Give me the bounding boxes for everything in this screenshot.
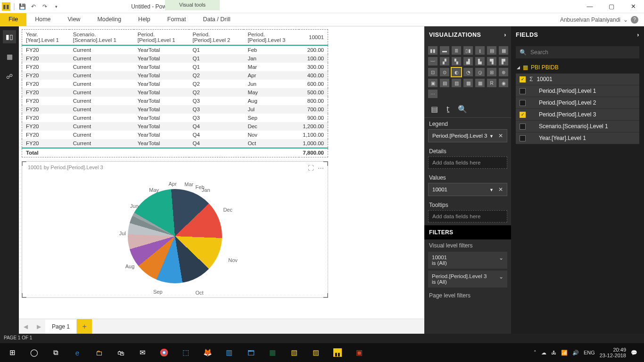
start-button[interactable]: ⊞ xyxy=(2,343,23,362)
table-row[interactable]: FY20CurrentYearTotalQ2Apr400.00 xyxy=(22,71,328,80)
tab-modeling[interactable]: Modeling xyxy=(89,13,130,26)
user-name[interactable]: Anbuselvan Palaniyandi⌄? xyxy=(554,13,644,26)
data-table-visual[interactable]: Year.[Year].Level 1Scenario.[Scenario].L… xyxy=(22,29,328,157)
viz-type-icon[interactable]: ▤ xyxy=(487,46,496,55)
undo-icon[interactable]: ↶ xyxy=(29,2,38,11)
add-page-button[interactable]: + xyxy=(77,319,92,334)
table-row[interactable]: FY20CurrentYearTotalQ1Mar300.00 xyxy=(22,63,328,71)
maximize-button[interactable]: ▢ xyxy=(601,0,622,13)
filter-item[interactable]: Period.[Period].Level 3is (All)⌄ xyxy=(428,271,507,288)
viz-type-icon[interactable]: ⊙ xyxy=(440,68,449,76)
close-button[interactable]: ✕ xyxy=(622,0,644,13)
fields-table-name[interactable]: ◢▦PBI PBIDB xyxy=(511,61,644,74)
remove-icon[interactable]: ✕ xyxy=(498,186,503,193)
sql-icon[interactable]: ▨ xyxy=(305,343,326,362)
tab-data-drill[interactable]: Data / Drill xyxy=(194,13,239,26)
help-icon[interactable]: ? xyxy=(631,16,638,24)
viz-type-icon[interactable]: ▣ xyxy=(428,79,438,87)
table-row[interactable]: FY20CurrentYearTotalQ1Feb200.00 xyxy=(22,45,328,54)
fields-mode-icon[interactable]: ▤ xyxy=(431,105,438,114)
viz-type-icon[interactable]: ▩ xyxy=(463,79,473,87)
filter-item[interactable]: 10001is (All)⌄ xyxy=(428,252,507,269)
viz-type-icon[interactable]: ⋯ xyxy=(428,90,438,98)
column-header[interactable]: Year.[Year].Level 1 xyxy=(22,30,69,46)
viz-type-icon[interactable]: ▦ xyxy=(499,46,508,55)
mail-icon[interactable]: ✉ xyxy=(132,343,153,362)
system-tray[interactable]: ˄ ☁ 🖧 📶 🔊 ENG 20:4923-12-2018 💬 xyxy=(534,347,642,358)
field-item[interactable]: ✓Σ10001 xyxy=(516,74,639,85)
checkbox-icon[interactable] xyxy=(520,135,526,141)
language-indicator[interactable]: ENG xyxy=(584,350,595,355)
viz-type-icon[interactable]: ⊞ xyxy=(487,68,496,76)
analytics-mode-icon[interactable]: 🔍 xyxy=(458,105,467,114)
table-row[interactable]: FY20CurrentYearTotalQ4Oct1,000.00 xyxy=(22,139,328,148)
field-item[interactable]: Scenario.[Scenario].Level 1 xyxy=(516,121,639,132)
viz-type-icon[interactable]: ◉ xyxy=(499,79,508,87)
viz-type-icon[interactable]: ⫿ xyxy=(475,46,485,55)
viz-type-icon[interactable]: ▯▮ xyxy=(463,46,473,55)
table-row[interactable]: FY20CurrentYearTotalQ3Jul700.00 xyxy=(22,105,328,114)
viz-type-icon[interactable]: 〰 xyxy=(428,57,438,66)
search-input[interactable]: 🔍Search xyxy=(516,46,639,58)
column-header[interactable]: Period.[Period].Level 1 xyxy=(134,30,189,46)
excel-icon[interactable]: ▦ xyxy=(262,343,283,362)
checkbox-icon[interactable] xyxy=(520,88,526,94)
chevron-down-icon[interactable]: ▼ xyxy=(489,188,494,192)
column-header[interactable]: Scenario.[Scenario].Level 1 xyxy=(69,30,134,46)
viz-type-icon[interactable]: ▜ xyxy=(487,57,496,66)
focus-mode-icon[interactable]: ⛶ xyxy=(308,165,314,172)
checkbox-icon[interactable]: ✓ xyxy=(520,76,526,82)
cortana-icon[interactable]: ◯ xyxy=(24,343,44,362)
viz-type-icon[interactable]: ◶ xyxy=(475,68,485,76)
column-header[interactable]: 10001 xyxy=(299,30,328,46)
checkbox-icon[interactable] xyxy=(520,100,526,106)
collapse-icon[interactable]: › xyxy=(504,32,506,38)
collapse-icon[interactable]: › xyxy=(637,32,639,38)
app-icon[interactable]: ▧ xyxy=(284,343,305,362)
tooltips-well[interactable]: Add data fields here xyxy=(428,210,507,222)
more-options-icon[interactable]: ⋯ xyxy=(318,165,324,172)
page-tab[interactable]: Page 1 xyxy=(45,320,77,334)
table-row[interactable]: FY20CurrentYearTotalQ3Aug800.00 xyxy=(22,97,328,105)
notifications-icon[interactable]: 💬 xyxy=(631,350,637,356)
viz-type-icon[interactable]: ◔ xyxy=(463,68,473,76)
viz-type-icon[interactable]: ▛ xyxy=(499,57,508,66)
checkbox-icon[interactable] xyxy=(520,123,526,130)
viz-type-icon[interactable]: ▬ xyxy=(440,46,449,55)
field-item[interactable]: ✓Period.[Period].Level 3 xyxy=(516,109,639,121)
save-icon[interactable]: 💾 xyxy=(18,2,26,11)
redo-icon[interactable]: ↷ xyxy=(41,2,49,11)
store-icon[interactable]: 🛍 xyxy=(110,343,131,362)
onedrive-icon[interactable]: ☁ xyxy=(541,350,546,356)
app-icon[interactable]: 🗔 xyxy=(240,343,261,362)
wifi-icon[interactable]: 📶 xyxy=(561,350,568,356)
edge-icon[interactable]: e xyxy=(67,343,88,362)
next-page-icon[interactable]: ▶ xyxy=(32,323,45,330)
viz-type-icon[interactable]: ▟ xyxy=(463,57,473,66)
powerbi-icon[interactable]: ▮▮ xyxy=(327,343,348,362)
chrome-icon[interactable] xyxy=(154,343,174,362)
tab-format[interactable]: Format xyxy=(159,13,195,26)
viz-type-icon[interactable]: ◐ xyxy=(452,68,461,76)
app-icon[interactable]: ▥ xyxy=(219,343,239,362)
powerpoint-icon[interactable]: ▣ xyxy=(349,343,370,362)
format-mode-icon[interactable]: ṯ xyxy=(446,105,449,114)
firefox-icon[interactable]: 🦊 xyxy=(197,343,218,362)
viz-type-icon[interactable]: ▥ xyxy=(452,79,461,87)
tray-chevron-icon[interactable]: ˄ xyxy=(534,350,537,356)
tab-view[interactable]: View xyxy=(59,13,89,26)
explorer-icon[interactable]: 🗀 xyxy=(89,343,109,362)
task-view-icon[interactable]: ⧉ xyxy=(45,343,66,362)
column-header[interactable]: Period.[Period].Level 3 xyxy=(244,30,299,46)
viz-type-icon[interactable]: ⊕ xyxy=(499,68,508,76)
checkbox-icon[interactable]: ✓ xyxy=(520,112,526,118)
tab-home[interactable]: Home xyxy=(26,13,59,26)
remove-icon[interactable]: ✕ xyxy=(498,132,503,139)
prev-page-icon[interactable]: ◀ xyxy=(19,323,32,330)
clock[interactable]: 20:4923-12-2018 xyxy=(600,347,626,358)
viz-type-icon[interactable]: ▙ xyxy=(475,57,485,66)
viz-type-icon[interactable]: ⊡ xyxy=(428,68,438,76)
viz-type-icon[interactable]: ▦ xyxy=(475,79,485,87)
field-item[interactable]: Period.[Period].Level 2 xyxy=(516,97,639,109)
report-canvas[interactable]: Year.[Year].Level 1Scenario.[Scenario].L… xyxy=(19,26,424,319)
